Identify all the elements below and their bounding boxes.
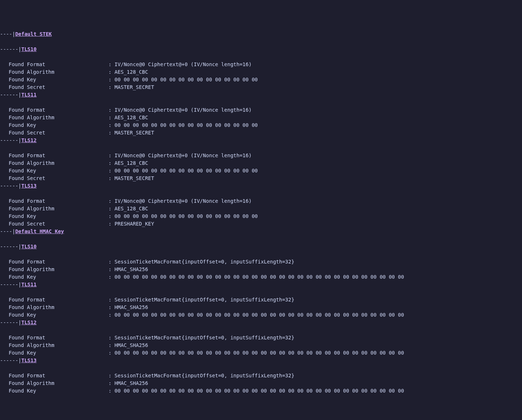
blank-line [0, 38, 522, 46]
kv-row: Found Key: 00 00 00 00 00 00 00 00 00 00… [0, 167, 522, 175]
kv-label: Found Secret [0, 220, 108, 228]
kv-row: Found Algorithm: AES_128_CBC [0, 114, 522, 121]
kv-separator: : [108, 380, 115, 386]
kv-label: Found Algorithm [0, 266, 108, 273]
subheading-prefix: ------| [0, 282, 21, 287]
kv-row: Found Secret: MASTER_SECRET [0, 175, 522, 182]
blank-line [0, 99, 522, 106]
kv-separator: : [108, 373, 115, 378]
kv-separator: : [108, 168, 115, 173]
kv-row: Found Key: 00 00 00 00 00 00 00 00 00 00… [0, 349, 522, 357]
kv-separator: : [108, 69, 115, 75]
kv-label: Found Algorithm [0, 114, 108, 121]
heading-prefix: ----| [0, 228, 15, 234]
kv-value: 00 00 00 00 00 00 00 00 00 00 00 00 00 0… [115, 213, 258, 219]
subheading-prefix: ------| [0, 46, 21, 52]
kv-value: HMAC_SHA256 [115, 342, 148, 348]
kv-row: Found Algorithm: HMAC_SHA256 [0, 266, 522, 273]
kv-value: AES_128_CBC [115, 115, 148, 120]
kv-row: Found Key: 00 00 00 00 00 00 00 00 00 00… [0, 311, 522, 319]
kv-label: Found Secret [0, 175, 108, 182]
kv-label: Found Secret [0, 83, 108, 91]
subsection-heading-link[interactable]: TLS11 [21, 92, 37, 98]
subsection-heading-link[interactable]: TLS10 [21, 244, 37, 249]
kv-value: AES_128_CBC [115, 69, 148, 75]
kv-row: Found Key: 00 00 00 00 00 00 00 00 00 00… [0, 213, 522, 220]
kv-value: 00 00 00 00 00 00 00 00 00 00 00 00 00 0… [115, 388, 404, 394]
kv-label: Found Format [0, 197, 108, 205]
kv-value: MASTER_SECRET [115, 175, 154, 181]
section-heading-link[interactable]: Default STEK [15, 31, 52, 37]
kv-label: Found Algorithm [0, 159, 108, 167]
kv-separator: : [108, 221, 115, 227]
kv-separator: : [108, 198, 115, 204]
kv-separator: : [108, 107, 115, 113]
kv-value: IV/Nonce@0 Ciphertext@+0 (IV/Nonce lengt… [115, 107, 252, 113]
kv-row: Found Algorithm: HMAC_SHA256 [0, 342, 522, 349]
kv-row: Found Secret: MASTER_SECRET [0, 83, 522, 91]
kv-separator: : [108, 297, 115, 303]
kv-row: Found Algorithm: AES_128_CBC [0, 205, 522, 213]
kv-row: Found Format: IV/Nonce@0 Ciphertext@+0 (… [0, 106, 522, 114]
subsection-heading-link[interactable]: TLS13 [21, 357, 37, 363]
blank-line [0, 364, 522, 372]
subsection-heading-link[interactable]: TLS12 [21, 320, 37, 325]
terminal-line: ------|TLS11 [0, 281, 522, 288]
kv-label: Found Secret [0, 129, 108, 137]
kv-row: Found Format: IV/Nonce@0 Ciphertext@+0 (… [0, 61, 522, 68]
kv-row: Found Format: SessionTicketMacFormat{inp… [0, 334, 522, 342]
kv-value: 00 00 00 00 00 00 00 00 00 00 00 00 00 0… [115, 122, 258, 128]
terminal-line: ------|TLS10 [0, 46, 522, 53]
kv-label: Found Format [0, 372, 108, 380]
kv-separator: : [108, 153, 115, 158]
kv-label: Found Key [0, 213, 108, 220]
kv-row: Found Algorithm: HMAC_SHA256 [0, 304, 522, 311]
kv-label: Found Key [0, 387, 108, 395]
subsection-heading-link[interactable]: TLS12 [21, 137, 37, 143]
blank-line [0, 288, 522, 296]
kv-row: Found Algorithm: HMAC_SHA256 [0, 380, 522, 387]
terminal-line: ------|TLS13 [0, 357, 522, 364]
subsection-heading-link[interactable]: TLS13 [21, 183, 37, 189]
kv-separator: : [108, 77, 115, 82]
subsection-heading-link[interactable]: TLS11 [21, 282, 37, 287]
blank-line [0, 326, 522, 334]
subheading-prefix: ------| [0, 92, 21, 98]
kv-label: Found Format [0, 61, 108, 68]
kv-separator: : [108, 259, 115, 265]
kv-row: Found Algorithm: AES_128_CBC [0, 68, 522, 76]
terminal-line: ------|TLS11 [0, 91, 522, 99]
kv-value: 00 00 00 00 00 00 00 00 00 00 00 00 00 0… [115, 168, 258, 173]
kv-row: Found Format: SessionTicketMacFormat{inp… [0, 258, 522, 266]
kv-label: Found Key [0, 167, 108, 175]
kv-value: AES_128_CBC [115, 206, 148, 211]
kv-value: SessionTicketMacFormat{inputOffset=0, in… [115, 373, 294, 378]
heading-prefix: ----| [0, 31, 15, 37]
kv-label: Found Key [0, 311, 108, 319]
subheading-prefix: ------| [0, 244, 21, 249]
blank-line [0, 144, 522, 152]
kv-separator: : [108, 342, 115, 348]
kv-row: Found Format: SessionTicketMacFormat{inp… [0, 296, 522, 304]
kv-label: Found Format [0, 152, 108, 159]
section-heading-link[interactable]: Default HMAC Key [15, 228, 64, 234]
blank-line [0, 190, 522, 197]
kv-row: Found Secret: PRESHARED_KEY [0, 220, 522, 228]
kv-label: Found Algorithm [0, 342, 108, 349]
kv-label: Found Algorithm [0, 205, 108, 213]
subheading-prefix: ------| [0, 183, 21, 189]
kv-value: IV/Nonce@0 Ciphertext@+0 (IV/Nonce lengt… [115, 153, 252, 158]
kv-separator: : [108, 61, 115, 67]
kv-label: Found Key [0, 121, 108, 129]
blank-line [0, 53, 522, 61]
subsection-heading-link[interactable]: TLS10 [21, 46, 37, 52]
terminal-line: ------|TLS10 [0, 243, 522, 250]
terminal-line: ----|Default HMAC Key [0, 228, 522, 235]
kv-value: IV/Nonce@0 Ciphertext@+0 (IV/Nonce lengt… [115, 198, 252, 204]
kv-value: MASTER_SECRET [115, 130, 154, 136]
kv-separator: : [108, 388, 115, 394]
kv-separator: : [108, 115, 115, 120]
kv-label: Found Format [0, 296, 108, 304]
kv-value: 00 00 00 00 00 00 00 00 00 00 00 00 00 0… [115, 350, 404, 356]
kv-row: Found Format: SessionTicketMacFormat{inp… [0, 372, 522, 380]
